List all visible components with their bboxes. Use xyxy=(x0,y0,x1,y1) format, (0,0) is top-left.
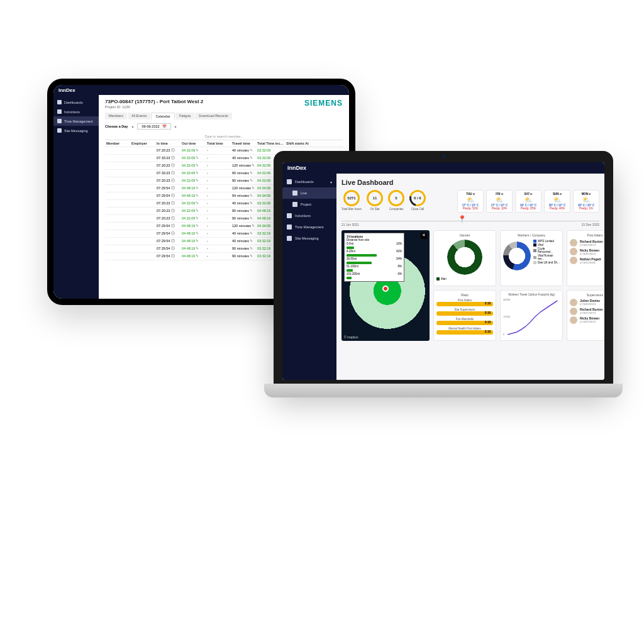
workers-company-card: Workers / Company WPS LimitedVitalCoyle … xyxy=(500,230,563,286)
slider-start: 21 Jun 2021 xyxy=(341,223,359,226)
menu-icon xyxy=(57,128,62,133)
tablet-topbar: InnDex xyxy=(53,85,349,95)
gender-card: Gender Man xyxy=(433,230,496,286)
weather-icon: ⛅ xyxy=(459,196,482,203)
brand-logo: InnDex xyxy=(58,87,75,93)
person-item[interactable]: Richard Burton(27)03220073 xyxy=(570,308,604,315)
column-header[interactable]: Total Time inc. trav. xyxy=(256,142,285,145)
date-next[interactable]: » xyxy=(175,125,177,128)
page-title: Live Dashboard xyxy=(341,179,599,186)
legend-item: Vital Human res... xyxy=(533,254,560,260)
sidebar-item-inductions[interactable]: Inductions xyxy=(53,107,99,116)
avatar xyxy=(570,257,577,264)
menu-icon xyxy=(287,236,292,241)
tab-members[interactable]: Members xyxy=(105,113,127,119)
menu-icon xyxy=(287,179,292,184)
project-subtitle: Project ID: 1139 xyxy=(105,105,203,109)
person-item[interactable]: Nicky Bowen(27)03220610 xyxy=(570,316,604,324)
sidebar-item-time-management[interactable]: Time Management xyxy=(282,221,336,233)
member-search[interactable]: Type to search member... xyxy=(105,133,343,140)
avatar xyxy=(570,308,577,315)
kpi-close-call: 0 / 0Close Call xyxy=(409,190,426,213)
close-icon[interactable]: ✕ xyxy=(421,233,427,239)
date-picker[interactable]: 09-06-2022 📅 xyxy=(137,123,170,130)
ratio-row: Site Supervisors0:18 xyxy=(436,308,493,316)
column-header[interactable]: Shift starts At xyxy=(285,142,314,145)
legend-item: Coyle Personnel... xyxy=(533,247,560,253)
column-header[interactable]: Travel time xyxy=(231,142,256,145)
weather-day-sat: SAT ⟳⛅19° C / 12° CPrecip: 25% xyxy=(515,190,541,213)
column-header[interactable]: Total time xyxy=(206,142,231,145)
date-value: 09-06-2022 xyxy=(142,125,159,128)
timeline-slider[interactable]: 📍 21 Jun 2021 21 Dec 2022 xyxy=(341,216,599,225)
slider-end: 21 Dec 2022 xyxy=(582,223,599,226)
laptop-sidebar: Dashboards▾LiveProjectInductionsTime Man… xyxy=(282,174,336,380)
card-title: Ratio xyxy=(436,293,493,297)
sidebar-item-inductions[interactable]: Inductions xyxy=(282,210,336,221)
menu-icon xyxy=(292,191,297,196)
sidebar-item-site-messaging[interactable]: Site Messaging xyxy=(282,233,336,244)
tab-all-events[interactable]: All Events xyxy=(128,113,150,119)
weather-icon: ⛅ xyxy=(575,196,597,203)
avatar xyxy=(570,248,577,255)
avatar xyxy=(570,239,577,247)
chevron-down-icon: ▾ xyxy=(330,180,332,184)
column-header[interactable]: Member xyxy=(105,142,130,145)
ratio-row: Mental Health First Aiders0:18 xyxy=(436,327,493,335)
sidebar-item-site-messaging[interactable]: Site Messaging xyxy=(53,126,99,135)
map-site-marker xyxy=(382,286,389,292)
map-pin-icon[interactable]: 📍 xyxy=(458,215,467,223)
laptop-base xyxy=(264,384,623,397)
menu-icon xyxy=(57,100,62,104)
travel-map-card[interactable]: 14 locations Distance from site 0-5mi10%… xyxy=(341,230,430,341)
legend-item: Dee Lift and Sh... xyxy=(533,261,560,264)
laptop-main: Live Dashboard 5271Total Man hours11On S… xyxy=(336,174,604,380)
column-header[interactable]: In time xyxy=(155,142,180,145)
date-prev[interactable]: « xyxy=(131,125,133,128)
date-label: Choose a Day xyxy=(105,125,128,128)
weather-icon: ⛅ xyxy=(488,196,511,203)
sidebar-item-dashboards[interactable]: Dashboards xyxy=(53,97,99,107)
menu-icon xyxy=(287,225,292,230)
tab-calendar[interactable]: Calendar xyxy=(151,113,175,119)
ratio-card: Ratio First Aiders0:18Site Supervisors0:… xyxy=(433,290,496,341)
sidebar-item-project[interactable]: Project xyxy=(282,199,336,210)
first-aiders-card: First Aiders Richard Burton(27)03220073N… xyxy=(567,230,604,286)
person-item[interactable]: Julian Davies(27)03020313 xyxy=(570,299,604,306)
kpi-total-man-hours: 5271Total Man hours xyxy=(341,190,362,213)
card-title: Supervisors xyxy=(570,293,604,297)
weather-day-fri: FRI ⟳⛅17° C / 12° CPrecip: 10% xyxy=(486,190,513,213)
laptop-device: InnDex Dashboards▾LiveProjectInductionsT… xyxy=(264,151,623,397)
client-brand: SIEMENS xyxy=(304,99,343,108)
tab-fatigue[interactable]: Fatigue xyxy=(175,113,194,119)
menu-icon xyxy=(57,109,62,114)
laptop-screen: InnDex Dashboards▾LiveProjectInductionsT… xyxy=(282,162,604,380)
legend-item: WPS Limited xyxy=(533,240,560,243)
sidebar-item-time-management[interactable]: Time Management xyxy=(53,116,99,126)
person-item[interactable]: Nicky Bowen(27)03220610 xyxy=(570,248,604,255)
project-title: 73PO-00847 (157757) - Port Talbot West 2 xyxy=(105,99,203,104)
tablet-sidebar: DashboardsInductionsTime ManagementSite … xyxy=(53,95,99,299)
weather-day-mon: MON ⟳⛅19° C / 10° CPrecip: 1% xyxy=(573,190,599,213)
column-header[interactable]: Employer xyxy=(130,142,155,145)
person-item[interactable]: Nathan Pagett(27)03220485 xyxy=(570,257,604,264)
carbon-line-chart: 30000 15000 0 xyxy=(503,298,560,336)
map-legend: 14 locations Distance from site 0-5mi10%… xyxy=(344,233,404,282)
card-title: Workers / Company xyxy=(503,233,560,237)
menu-icon xyxy=(57,119,62,123)
avatar xyxy=(570,299,577,306)
weather-day-sun: SUN ⟳⛅20° C / 12° CPrecip: 40% xyxy=(544,190,570,213)
sidebar-item-dashboards[interactable]: Dashboards▾ xyxy=(282,176,336,187)
ratio-row: Fire Marshalls0:18 xyxy=(436,318,493,325)
person-item[interactable]: Richard Burton(27)03220073 xyxy=(570,239,604,247)
menu-icon xyxy=(287,213,292,218)
dashboard-grid: 14 locations Distance from site 0-5mi10%… xyxy=(341,230,599,341)
kpi-on-site: 11On Site xyxy=(367,190,383,213)
menu-icon xyxy=(292,202,297,207)
sidebar-item-live[interactable]: Live xyxy=(282,187,336,199)
column-header[interactable]: Out time xyxy=(180,142,206,145)
kpi-row: 5271Total Man hours11On Site5Companies0 … xyxy=(341,190,599,213)
map-attribution: © mapbox xyxy=(344,335,358,339)
ratio-row: First Aiders0:18 xyxy=(436,299,493,306)
tab-download-records[interactable]: Download Records xyxy=(195,113,231,119)
